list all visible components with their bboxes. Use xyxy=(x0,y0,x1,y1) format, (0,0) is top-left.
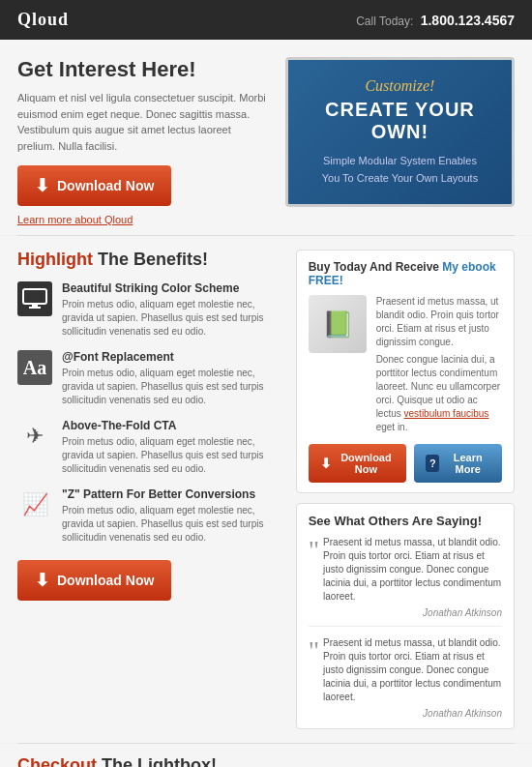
buy-text-2: Donec congue lacinia dui, a porttitor le… xyxy=(376,353,502,434)
lightbox-title-suffix: The Lightbox! xyxy=(102,755,217,767)
lightbox-section: Checkout The Lightbox! Your Image Your I… xyxy=(0,744,532,767)
buy-link[interactable]: vestibulum faucibus xyxy=(404,408,489,419)
testimonial-2-author: Jonathan Atkinson xyxy=(323,708,502,719)
buy-buttons: ⬇ Download Now ? Learn More xyxy=(309,444,502,483)
ebook-image: 📗 xyxy=(309,295,367,353)
benefit-item-1: Beautiful Striking Color Scheme Proin me… xyxy=(17,281,281,339)
site-header: Qloud Call Today: 1.800.123.4567 xyxy=(0,0,532,40)
banner-box: Customize! CREATE YOUR OWN! Simple Modul… xyxy=(285,57,515,207)
hero-body: Aliquam et nisl vel ligula consectetuer … xyxy=(17,90,270,154)
buy-content: 📗 Praesent id metus massa, ut blandit od… xyxy=(309,295,502,434)
benefit-1-body: Proin metus odio, aliquam eget molestie … xyxy=(62,298,281,339)
benefits-col: Highlight The Benefits! Beautiful Striki… xyxy=(17,250,281,729)
download-icon: ⬇ xyxy=(35,175,49,196)
buy-download-label: Download Now xyxy=(338,452,396,475)
testimonial-2-content: " Praesent id metus massa, ut blandit od… xyxy=(309,636,502,719)
benefit-4-text: "Z" Pattern For Better Conversions Proin… xyxy=(62,487,281,545)
testimonials-section: See What Others Are Saying! " Praesent i… xyxy=(296,503,515,729)
quote-icon-1: " xyxy=(309,540,319,618)
testimonial-1-text: Praesent id metus massa, ut blandit odio… xyxy=(323,536,502,604)
banner-subtitle-1: Simple Modular System Enables xyxy=(302,153,498,170)
benefit-4-title: "Z" Pattern For Better Conversions xyxy=(62,487,281,501)
benefit-2-text: @Font Replacement Proin metus odio, aliq… xyxy=(62,350,281,407)
buy-text: Praesent id metus massa, ut blandit odio… xyxy=(376,295,502,434)
banner-title: CREATE YOUR OWN! xyxy=(302,99,498,143)
benefit-3-body: Proin metus odio, aliquam eget molestie … xyxy=(62,435,281,476)
svg-rect-2 xyxy=(29,307,41,309)
buy-section: Buy Today And Receive My ebook FREE! 📗 P… xyxy=(296,250,515,493)
highlight-rest: The Benefits! xyxy=(98,250,208,269)
banner-col: Customize! CREATE YOUR OWN! Simple Modul… xyxy=(285,57,515,225)
buy-title: Buy Today And Receive My ebook FREE! xyxy=(309,260,502,287)
phone-number: 1.800.123.4567 xyxy=(421,13,515,28)
testimonial-2-text: Praesent id metus massa, ut blandit odio… xyxy=(323,636,502,704)
benefit-item-2: Aa @Font Replacement Proin metus odio, a… xyxy=(17,350,281,407)
top-section: Get Interest Here! Aliquam et nisl vel l… xyxy=(0,40,532,235)
hero-col: Get Interest Here! Aliquam et nisl vel l… xyxy=(17,57,270,225)
header-logo: Qloud xyxy=(17,10,69,30)
benefit-item-3: ✈ Above-The-Fold CTA Proin metus odio, a… xyxy=(17,419,281,476)
download-icon-2: ⬇ xyxy=(35,570,49,591)
svg-rect-1 xyxy=(32,304,38,307)
buy-title-prefix: Buy Today And Receive xyxy=(309,260,439,274)
testimonial-1-author: Jonathan Atkinson xyxy=(323,607,502,618)
banner-customize: Customize! xyxy=(302,77,498,95)
hero-title: Get Interest Here! xyxy=(17,57,270,82)
monitor-icon xyxy=(17,281,52,316)
chart-icon: 📈 xyxy=(17,487,52,522)
testimonial-1-content: " Praesent id metus massa, ut blandit od… xyxy=(309,536,502,618)
question-icon: ? xyxy=(426,455,439,472)
learn-more-button[interactable]: ? Learn More xyxy=(414,444,502,483)
benefit-2-title: @Font Replacement xyxy=(62,350,281,364)
benefit-item-4: 📈 "Z" Pattern For Better Conversions Pro… xyxy=(17,487,281,545)
testimonials-title: See What Others Are Saying! xyxy=(309,514,502,528)
middle-section: Highlight The Benefits! Beautiful Striki… xyxy=(0,236,532,743)
learn-more-label: Learn More xyxy=(445,452,490,475)
benefit-3-title: Above-The-Fold CTA xyxy=(62,419,281,432)
quote-icon-2: " xyxy=(309,640,319,719)
bottom-download-label: Download Now xyxy=(57,573,154,588)
plane-icon: ✈ xyxy=(17,419,52,454)
buy-download-button[interactable]: ⬇ Download Now xyxy=(309,444,407,483)
benefit-1-title: Beautiful Striking Color Scheme xyxy=(62,281,281,295)
lightbox-title: Checkout The Lightbox! xyxy=(17,755,515,767)
bottom-download-button[interactable]: ⬇ Download Now xyxy=(17,560,171,601)
testimonial-2: " Praesent id metus massa, ut blandit od… xyxy=(309,636,502,719)
highlight-title: Highlight The Benefits! xyxy=(17,250,281,270)
learn-more-link[interactable]: Learn more about Qloud xyxy=(17,214,270,225)
benefit-3-text: Above-The-Fold CTA Proin metus odio, ali… xyxy=(62,419,281,476)
buy-image: 📗 xyxy=(309,295,367,434)
benefit-2-body: Proin metus odio, aliquam eget molestie … xyxy=(62,367,281,407)
hero-download-button[interactable]: ⬇ Download Now xyxy=(17,165,171,206)
buy-text-1: Praesent id metus massa, ut blandit odio… xyxy=(376,295,502,349)
buy-text-2b: eget in. xyxy=(376,422,408,432)
testimonial-1: " Praesent id metus massa, ut blandit od… xyxy=(309,536,502,627)
banner-subtitle-2: You To Create Your Own Layouts xyxy=(302,170,498,188)
svg-rect-0 xyxy=(23,289,46,304)
call-label: Call Today: xyxy=(356,15,413,28)
font-icon: Aa xyxy=(17,350,52,385)
lightbox-title-prefix: Checkout xyxy=(17,755,97,767)
benefit-1-text: Beautiful Striking Color Scheme Proin me… xyxy=(62,281,281,339)
benefit-4-body: Proin metus odio, aliquam eget molestie … xyxy=(62,504,281,545)
hero-download-label: Download Now xyxy=(57,178,154,193)
header-phone-area: Call Today: 1.800.123.4567 xyxy=(356,13,515,28)
download-icon-3: ⬇ xyxy=(320,456,332,471)
right-col: Buy Today And Receive My ebook FREE! 📗 P… xyxy=(296,250,515,729)
highlight-red: Highlight xyxy=(17,250,93,269)
